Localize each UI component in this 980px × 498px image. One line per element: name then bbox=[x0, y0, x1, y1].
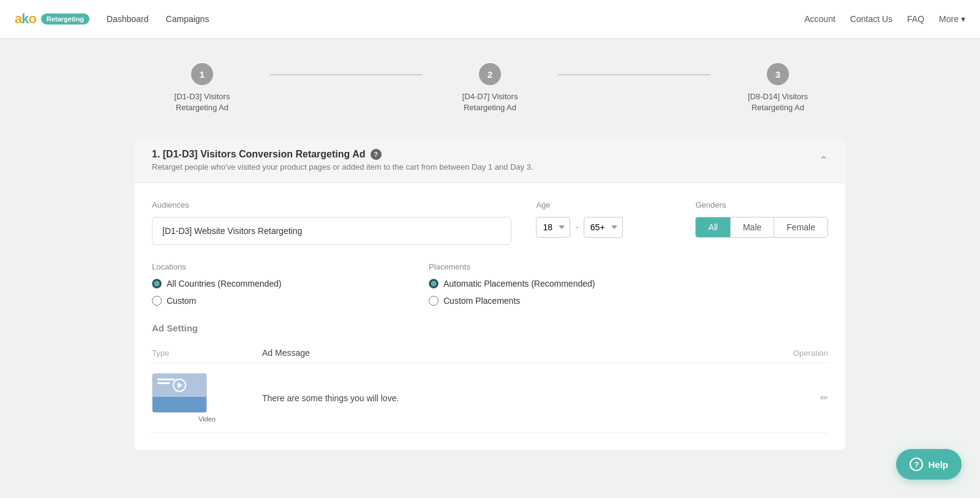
table-row: Video There are some things you will lov… bbox=[152, 363, 828, 433]
help-circle-icon: ? bbox=[910, 458, 923, 471]
col-operation-header: Operation bbox=[767, 349, 828, 358]
nav-more[interactable]: More ▾ bbox=[939, 14, 965, 24]
location-custom-radio[interactable] bbox=[152, 296, 162, 306]
play-triangle bbox=[178, 382, 183, 388]
chevron-down-icon: ▾ bbox=[961, 14, 965, 24]
nav-dashboard[interactable]: Dashboard bbox=[107, 14, 149, 24]
video-thumbnail bbox=[152, 373, 207, 413]
ad-operation-col: ✏ bbox=[767, 392, 828, 404]
audiences-label: Audiences bbox=[152, 200, 511, 209]
navbar: ako Retargeting Dashboard Campaigns Acco… bbox=[0, 0, 980, 39]
thumb-line-2 bbox=[157, 382, 170, 384]
locations-radio-group: All Countries (Recommended) Custom bbox=[152, 279, 404, 306]
placement-custom-radio[interactable] bbox=[429, 296, 439, 306]
form-area: Audiences [D1-D3] Website Visitors Retar… bbox=[135, 183, 845, 306]
age-col: Age 18 25 35 45 55 65 - 18 bbox=[536, 200, 671, 245]
step-connector-1 bbox=[270, 74, 423, 75]
play-circle bbox=[173, 379, 186, 392]
age-dash: - bbox=[575, 222, 578, 233]
placements-radio-group: Automatic Placements (Recommended) Custo… bbox=[429, 279, 681, 306]
video-thumb-top bbox=[153, 374, 206, 397]
nav-account[interactable]: Account bbox=[804, 14, 835, 24]
step-2-label: [D4-D7] Visitors Retargeting Ad bbox=[462, 91, 518, 113]
nav-faq[interactable]: FAQ bbox=[907, 14, 924, 24]
help-button[interactable]: ? Help bbox=[896, 449, 962, 475]
ad-type-col: Video bbox=[152, 373, 262, 423]
info-icon[interactable]: ? bbox=[371, 149, 382, 160]
section-subtitle: Retarget people who've visited your prod… bbox=[152, 162, 533, 172]
spacer-right bbox=[706, 262, 828, 306]
locations-label: Locations bbox=[152, 262, 404, 271]
age-label: Age bbox=[536, 200, 671, 209]
thumb-line-1 bbox=[157, 379, 175, 380]
step-3-circle: 3 bbox=[767, 63, 789, 85]
step-3[interactable]: 3 [D8-D14] Visitors Retargeting Ad bbox=[710, 63, 845, 113]
gender-all-button[interactable]: All bbox=[696, 217, 731, 237]
age-row: 18 25 35 45 55 65 - 18 25 35 45 bbox=[536, 217, 671, 238]
ad-message-col: There are some things you will love. bbox=[262, 393, 767, 403]
gender-male-button[interactable]: Male bbox=[731, 217, 774, 237]
video-thumb-lines bbox=[157, 379, 175, 386]
audiences-col: Audiences [D1-D3] Website Visitors Retar… bbox=[152, 200, 511, 245]
genders-col: Genders All Male Female bbox=[695, 200, 828, 245]
age-min-select[interactable]: 18 25 35 45 55 65 bbox=[536, 217, 570, 238]
ad-setting-label: Ad Setting bbox=[152, 323, 828, 333]
section-title: 1. [D1-D3] Visitors Conversion Retargeti… bbox=[152, 149, 533, 160]
step-1-label: [D1-D3] Visitors Retargeting Ad bbox=[175, 91, 230, 113]
step-connector-2 bbox=[557, 74, 710, 75]
gender-female-button[interactable]: Female bbox=[774, 217, 827, 237]
stepper: 1 [D1-D3] Visitors Retargeting Ad 2 [D4-… bbox=[135, 63, 845, 113]
age-max-select[interactable]: 18 25 35 45 55 65 65+ bbox=[584, 217, 623, 238]
help-label: Help bbox=[928, 459, 948, 470]
collapse-button[interactable]: ⌃ bbox=[819, 154, 828, 167]
location-custom-option[interactable]: Custom bbox=[152, 296, 404, 306]
col-type-header: Type bbox=[152, 349, 262, 358]
main-content: 1 [D1-D3] Visitors Retargeting Ad 2 [D4-… bbox=[123, 39, 858, 475]
step-3-label: [D8-D14] Visitors Retargeting Ad bbox=[748, 91, 808, 113]
logo: ako bbox=[15, 11, 36, 27]
placement-auto-option[interactable]: Automatic Placements (Recommended) bbox=[429, 279, 681, 289]
section-card: 1. [D1-D3] Visitors Conversion Retargeti… bbox=[135, 138, 845, 450]
location-all-radio[interactable] bbox=[152, 279, 162, 289]
video-thumb-bottom bbox=[153, 397, 206, 413]
placements-col: Placements Automatic Placements (Recomme… bbox=[429, 262, 681, 306]
video-type-label: Video bbox=[152, 415, 262, 423]
ad-table-header: Type Ad Message Operation bbox=[152, 343, 828, 363]
nav-contact[interactable]: Contact Us bbox=[850, 14, 892, 24]
step-2-circle: 2 bbox=[479, 63, 501, 85]
nav-links: Dashboard Campaigns bbox=[107, 14, 209, 24]
location-all-option[interactable]: All Countries (Recommended) bbox=[152, 279, 404, 289]
locations-placements-row: Locations All Countries (Recommended) Cu… bbox=[152, 262, 828, 306]
placements-label: Placements bbox=[429, 262, 681, 271]
section-header-left: 1. [D1-D3] Visitors Conversion Retargeti… bbox=[152, 149, 533, 172]
step-1[interactable]: 1 [D1-D3] Visitors Retargeting Ad bbox=[135, 63, 270, 113]
locations-col: Locations All Countries (Recommended) Cu… bbox=[152, 262, 404, 306]
ad-setting-section: Ad Setting Type Ad Message Operation bbox=[135, 323, 845, 450]
audience-value: [D1-D3] Website Visitors Retargeting bbox=[152, 217, 511, 245]
nav-campaigns[interactable]: Campaigns bbox=[166, 14, 209, 24]
chevron-up-icon: ⌃ bbox=[819, 154, 828, 167]
genders-label: Genders bbox=[695, 200, 828, 209]
step-1-circle: 1 bbox=[191, 63, 213, 85]
gender-toggle: All Male Female bbox=[695, 217, 828, 238]
placement-auto-radio[interactable] bbox=[429, 279, 439, 289]
brand: ako Retargeting bbox=[15, 11, 89, 27]
step-2[interactable]: 2 [D4-D7] Visitors Retargeting Ad bbox=[423, 63, 557, 113]
col-message-header: Ad Message bbox=[262, 348, 767, 358]
section-header: 1. [D1-D3] Visitors Conversion Retargeti… bbox=[135, 138, 845, 183]
edit-icon[interactable]: ✏ bbox=[820, 393, 828, 403]
nav-right: Account Contact Us FAQ More ▾ bbox=[804, 14, 965, 24]
audience-age-gender-row: Audiences [D1-D3] Website Visitors Retar… bbox=[152, 200, 828, 245]
placement-custom-option[interactable]: Custom Placements bbox=[429, 296, 681, 306]
retargeting-badge: Retargeting bbox=[41, 13, 89, 25]
